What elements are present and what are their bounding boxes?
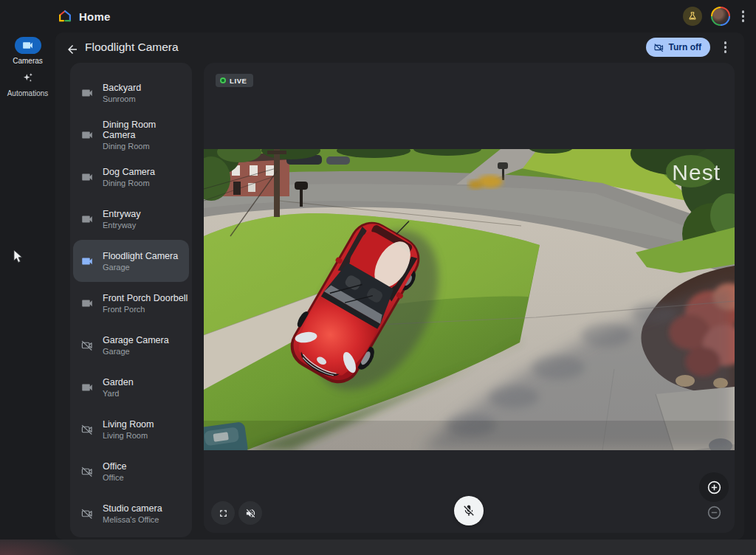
videocam-icon (21, 39, 34, 52)
camera-list-item-backyard[interactable]: BackyardSunroom (73, 72, 189, 114)
camera-name: Entryway (103, 209, 140, 219)
nav-item-cameras[interactable]: Cameras (0, 37, 55, 65)
videocam-icon (82, 131, 92, 138)
camera-room: Garage (103, 263, 178, 272)
zoom-in-icon (707, 480, 722, 495)
camera-name: Dog Camera (103, 167, 155, 177)
page-header: Floodlight Camera Turn off (55, 32, 744, 63)
videocam-icon (82, 173, 92, 180)
camera-name: Studio camera (103, 503, 162, 514)
zoom-out-icon (707, 505, 722, 520)
camera-name: Garden (103, 377, 134, 387)
sparkle-icon (21, 71, 35, 85)
live-dot-icon (220, 77, 226, 83)
avatar-photo (712, 8, 729, 24)
camera-room: Yard (103, 389, 134, 398)
video-scene: Nest (204, 149, 735, 450)
camera-name: Dining Room Camera (103, 120, 189, 140)
top-app-bar: Home (0, 0, 756, 32)
videocam-off-icon (82, 425, 92, 434)
brand[interactable]: Home (58, 9, 110, 24)
camera-list-item-dog-camera[interactable]: Dog CameraDining Room (73, 156, 189, 198)
talk-mic-button[interactable] (454, 496, 484, 525)
camera-name: Living Room (103, 419, 154, 430)
camera-room: Melissa's Office (103, 515, 162, 524)
camera-room: Dining Room (103, 142, 189, 151)
camera-list-item-garage-camera[interactable]: Garage CameraGarage (73, 324, 189, 366)
videocam-icon (82, 216, 92, 222)
camera-list: BackyardSunroom Dining Room CameraDining… (70, 63, 192, 537)
account-avatar[interactable] (711, 7, 730, 26)
turn-off-button[interactable]: Turn off (646, 38, 710, 57)
camera-live-video[interactable]: Nest (204, 149, 735, 450)
live-badge: LIVE (216, 74, 253, 87)
zoom-out-button[interactable] (699, 497, 729, 527)
window-bottom-edge (0, 540, 756, 555)
camera-name: Backyard (103, 83, 141, 93)
more-options-button[interactable] (739, 7, 748, 25)
camera-name: Front Porch Doorbell (103, 293, 188, 303)
kebab-menu-icon (724, 41, 727, 44)
videocam-off-icon (82, 509, 92, 518)
camera-list-item-living-room[interactable]: Living RoomLiving Room (73, 408, 189, 450)
nest-watermark: Nest (672, 160, 721, 185)
camera-list-item-office[interactable]: OfficeOffice (73, 450, 189, 492)
nav-item-automations[interactable]: Automations (0, 69, 55, 97)
camera-room: Sunroom (103, 94, 141, 103)
videocam-icon (82, 384, 92, 390)
navigation-rail: Cameras Automations (0, 32, 55, 540)
camera-name: Garage Camera (103, 335, 169, 345)
camera-room: Front Porch (103, 305, 188, 314)
videocam-icon (82, 258, 92, 264)
mic-off-icon (462, 504, 475, 517)
camera-room: Garage (103, 347, 169, 356)
camera-list-item-studio-camera[interactable]: Studio cameraMelissa's Office (73, 492, 189, 534)
fullscreen-button[interactable] (211, 501, 235, 525)
camera-room: Office (103, 473, 126, 482)
videocam-icon (82, 89, 92, 96)
fullscreen-icon (218, 508, 229, 519)
flask-icon (687, 11, 698, 21)
videocam-off-icon (653, 42, 664, 53)
volume-off-icon (245, 508, 256, 519)
camera-list-item-front-porch-doorbell[interactable]: Front Porch DoorbellFront Porch (73, 282, 189, 324)
videocam-off-icon (82, 341, 92, 350)
arrow-back-icon (66, 43, 79, 56)
camera-player-panel: LIVE (204, 63, 735, 533)
camera-list-item-dining-room-camera[interactable]: Dining Room CameraDining Room (73, 114, 189, 156)
camera-options-button[interactable] (721, 38, 730, 56)
speaker-mute-button[interactable] (238, 501, 262, 525)
nav-label-automations: Automations (7, 89, 49, 97)
videocam-off-icon (82, 467, 92, 476)
labs-button[interactable] (683, 7, 702, 26)
nav-label-cameras: Cameras (13, 57, 43, 65)
camera-room: Living Room (103, 431, 154, 440)
camera-name: Floodlight Camera (103, 251, 178, 261)
page-title: Floodlight Camera (85, 41, 179, 54)
kebab-menu-icon (742, 10, 745, 13)
camera-name: Office (103, 461, 126, 472)
camera-list-item-entryway[interactable]: EntrywayEntryway (73, 198, 189, 240)
back-button[interactable] (63, 40, 82, 59)
google-home-app: Home Cameras (0, 0, 756, 555)
camera-list-item-garden[interactable]: GardenYard (73, 366, 189, 408)
videocam-icon (82, 300, 92, 306)
camera-list-item-floodlight-camera[interactable]: Floodlight CameraGarage (73, 240, 189, 282)
live-label: LIVE (230, 77, 247, 85)
app-title: Home (79, 10, 110, 23)
camera-room: Entryway (103, 221, 140, 230)
google-home-logo-icon (58, 9, 72, 24)
camera-room: Dining Room (103, 179, 155, 187)
main-panel: Floodlight Camera Turn off BackyardSunro… (55, 32, 744, 540)
turn-off-label: Turn off (669, 42, 701, 52)
